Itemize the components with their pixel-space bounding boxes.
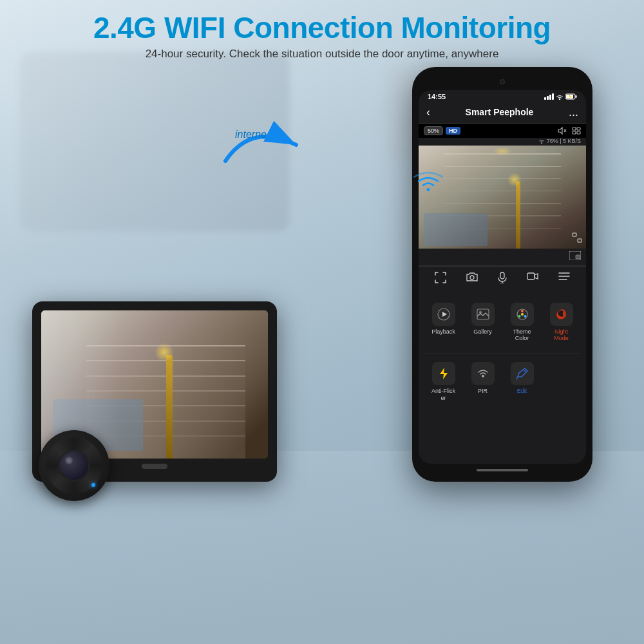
more-button[interactable]: ... — [569, 106, 578, 119]
cam-wifi-info: 76% | 5 KB/S — [419, 138, 586, 146]
svg-point-0 — [427, 188, 430, 191]
svg-rect-18 — [500, 272, 504, 279]
night-mode-icon — [550, 303, 573, 326]
cam-status-badges: 50% HD — [424, 126, 460, 135]
svg-rect-9 — [577, 128, 580, 130]
phone-screen: 14:55 — [419, 90, 586, 464]
play-circle-icon — [437, 308, 450, 321]
svg-rect-10 — [573, 131, 576, 134]
svg-rect-13 — [573, 233, 576, 236]
playback-button[interactable]: Playback — [424, 298, 463, 348]
camera-led-indicator — [91, 483, 95, 487]
svg-point-35 — [482, 375, 484, 377]
svg-line-37 — [516, 377, 518, 379]
gallery-icon — [471, 303, 495, 326]
wifi-status-icon — [556, 93, 564, 100]
smartphone: 14:55 — [412, 67, 592, 482]
playback-icon — [432, 303, 455, 326]
cam-top-icons — [558, 127, 581, 135]
app-grid-row1: Playback Gallery — [419, 291, 586, 354]
wifi-percent: 76% | 5 KB/S — [538, 138, 581, 144]
svg-rect-11 — [577, 131, 580, 134]
app-grid-row2: Anti-Flicker PIR — [419, 354, 586, 413]
svg-line-36 — [524, 370, 526, 372]
phone-camera-scene — [419, 146, 586, 249]
svg-rect-8 — [573, 128, 576, 130]
svg-marker-26 — [442, 312, 447, 317]
microphone-icon — [498, 272, 507, 283]
wifi-small-icon — [538, 138, 545, 144]
expand-corners-button[interactable] — [435, 272, 446, 286]
svg-rect-16 — [576, 255, 580, 259]
moon-icon — [555, 308, 568, 321]
layout-icon[interactable] — [572, 127, 581, 135]
signal-bar-2 — [547, 96, 549, 100]
record-button[interactable] — [527, 272, 538, 286]
phone-home-indicator[interactable] — [477, 469, 528, 471]
anti-flicker-button[interactable]: Anti-Flicker — [424, 357, 463, 407]
status-time: 14:55 — [428, 93, 446, 100]
pir-button[interactable]: PIR — [463, 357, 502, 407]
hd-badge: HD — [446, 127, 460, 135]
header-section: 2.4G WIFI Connection Monitoring 24-hour … — [0, 0, 644, 61]
internet-label: interne — [235, 129, 267, 140]
monitor-home-button[interactable] — [142, 464, 167, 469]
theme-color-label: ThemeColor — [513, 328, 531, 343]
signal-bar-4 — [552, 93, 554, 100]
svg-rect-14 — [578, 239, 582, 242]
svg-point-31 — [524, 315, 526, 317]
lightning-icon — [437, 367, 450, 380]
signal-bar-3 — [549, 95, 551, 100]
expand-icon[interactable] — [572, 232, 582, 245]
edit-button[interactable]: Edit — [502, 357, 542, 407]
main-content: interne — [0, 67, 644, 482]
svg-point-30 — [521, 310, 524, 312]
edit-label: Edit — [517, 388, 527, 395]
mute-icon[interactable] — [558, 127, 567, 135]
camera-lens — [58, 450, 90, 482]
battery-status-icon — [565, 93, 577, 100]
app-header: ‹ Smart Peephole ... — [419, 102, 586, 124]
gallery-image-icon — [477, 308, 489, 320]
fullscreen-icon[interactable] — [572, 232, 582, 243]
empty-grid-item — [542, 357, 581, 407]
edit-icon — [511, 362, 534, 385]
menu-button[interactable] — [558, 272, 570, 286]
svg-point-32 — [518, 315, 520, 317]
snapshot-button[interactable] — [466, 272, 478, 286]
svg-rect-4 — [576, 95, 577, 98]
anti-flicker-label: Anti-Flicker — [431, 388, 455, 402]
wifi-icon-top — [412, 167, 444, 196]
microphone-button[interactable] — [498, 272, 507, 286]
menu-icon — [558, 272, 570, 281]
internet-arrow: interne — [219, 116, 303, 176]
peephole-device — [26, 301, 296, 482]
anti-flicker-icon — [432, 362, 455, 385]
cam-feed-top-bar: 50% HD — [419, 124, 586, 138]
gallery-label: Gallery — [473, 328, 492, 336]
pencil-icon — [516, 367, 529, 380]
controls-row — [419, 266, 586, 291]
pip-icon[interactable] — [569, 251, 581, 260]
svg-point-12 — [541, 142, 542, 144]
playback-label: Playback — [431, 328, 455, 336]
peephole-camera — [39, 430, 109, 501]
pir-icon — [471, 362, 495, 385]
svg-point-28 — [479, 311, 482, 314]
phone-device: 14:55 — [412, 67, 605, 482]
status-icons — [544, 93, 577, 100]
gallery-button[interactable]: Gallery — [463, 298, 502, 348]
theme-color-button[interactable]: ThemeColor — [502, 298, 542, 348]
back-button[interactable]: ‹ — [426, 106, 430, 119]
record-icon — [527, 272, 538, 281]
color-palette-icon — [516, 308, 529, 321]
svg-rect-21 — [527, 273, 535, 279]
main-title: 2.4G WIFI Connection Monitoring — [0, 12, 644, 44]
camera-snapshot-icon — [466, 272, 478, 282]
night-mode-label: NightMode — [554, 328, 569, 343]
night-mode-button[interactable]: NightMode — [542, 298, 581, 348]
pir-label: PIR — [478, 388, 488, 395]
battery-badge: 50% — [424, 126, 443, 135]
expand-corners-icon — [435, 272, 446, 283]
svg-point-2 — [559, 98, 560, 99]
